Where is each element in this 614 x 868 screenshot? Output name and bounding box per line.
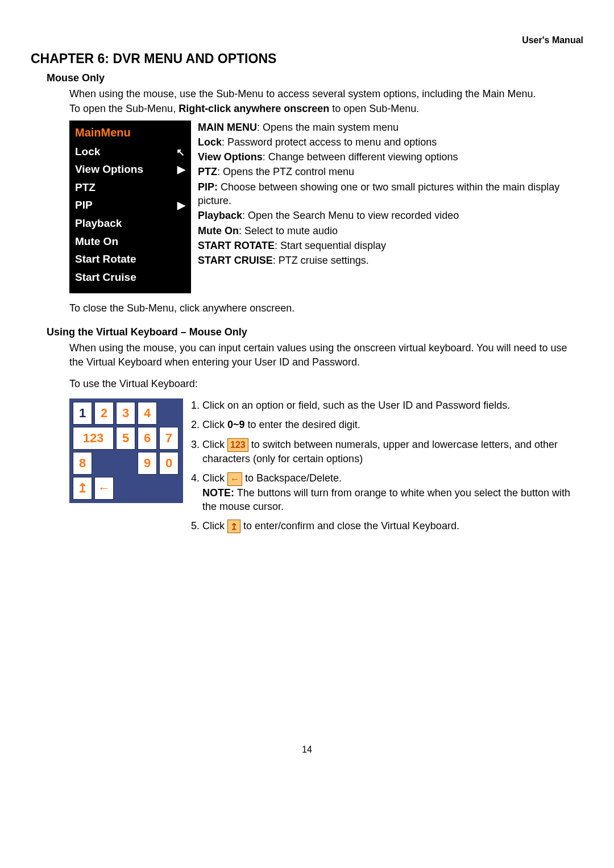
submenu-item-mute-on[interactable]: Mute On	[75, 232, 185, 251]
label: START ROTATE	[198, 240, 275, 251]
key-2[interactable]: 2	[94, 402, 114, 425]
label: PIP:	[198, 181, 218, 193]
label: Lock	[75, 144, 100, 159]
submenu-item-mainmenu[interactable]: MainMenu	[75, 125, 185, 140]
key-8[interactable]: 8	[73, 452, 92, 475]
text: : PTZ cruise settings.	[273, 255, 369, 266]
backspace-icon: ←	[227, 472, 242, 486]
submenu-item-start-cruise[interactable]: Start Cruise	[75, 268, 185, 286]
vk-steps: Click on an option or field, such as the…	[190, 398, 583, 539]
text: Click	[202, 419, 227, 430]
key-6[interactable]: 6	[138, 427, 157, 450]
key-3[interactable]: 3	[116, 402, 135, 425]
label: Start Rotate	[75, 252, 136, 267]
header-users-manual: User's Manual	[31, 34, 583, 47]
label: START CRUISE	[198, 255, 273, 266]
mode-123-icon: 123	[227, 438, 248, 452]
submenu-item-view-options[interactable]: View Options ▶	[75, 160, 185, 178]
paragraph-open-submenu: To open the Sub-Menu, Right-click anywhe…	[69, 102, 583, 115]
submenu-item-ptz[interactable]: PTZ	[75, 178, 185, 197]
text: to enter the desired digit.	[245, 419, 360, 430]
submenu-item-pip[interactable]: PIP ▶	[75, 196, 185, 214]
label: MAIN MENU	[198, 122, 257, 133]
paragraph-intro: When using the mouse, use the Sub-Menu t…	[69, 87, 583, 101]
key-backspace[interactable]: ←	[94, 477, 114, 500]
key-mode-123[interactable]: 123	[73, 427, 114, 450]
section-virtual-keyboard: Using the Virtual Keyboard – Mouse Only	[47, 325, 583, 339]
paragraph-vk-intro: When using the mouse, you can input cert…	[69, 341, 583, 369]
text: : Password protect access to menu and op…	[222, 136, 437, 148]
key-7[interactable]: 7	[159, 427, 179, 450]
text-bold: 0~9	[227, 419, 245, 430]
text: To open the Sub-Menu,	[69, 103, 179, 114]
page-number: 14	[31, 744, 583, 756]
label: PTZ	[75, 180, 96, 195]
virtual-keyboard: 1 2 3 4 123 5 6 7 8 9 0 ↥ ←	[69, 398, 183, 503]
paragraph-close-submenu: To close the Sub-Menu, click anywhere on…	[69, 301, 583, 315]
chapter-title: CHAPTER 6: DVR MENU AND OPTIONS	[31, 50, 583, 68]
text: : Opens the PTZ control menu	[217, 166, 354, 177]
text: : Select to mute audio	[239, 225, 338, 236]
text: to open Sub-Menu.	[329, 103, 419, 114]
key-9[interactable]: 9	[138, 452, 157, 475]
label: View Options	[198, 151, 263, 163]
step-2: Click 0~9 to enter the desired digit.	[202, 418, 583, 431]
label: Mute On	[75, 234, 118, 249]
note-label: NOTE:	[202, 487, 234, 499]
text: : Start sequential display	[275, 240, 386, 251]
enter-icon: ↥	[227, 520, 240, 533]
label: Mute On	[198, 225, 239, 236]
step-4: Click ← to Backspace/Delete. NOTE: The b…	[202, 471, 583, 513]
key-enter[interactable]: ↥	[73, 477, 92, 500]
text: Choose between showing one or two small …	[198, 181, 559, 206]
text: : Open the Search Menu to view recorded …	[242, 210, 459, 221]
label: MainMenu	[75, 125, 131, 140]
text-bold: Right-click anywhere onscreen	[179, 103, 329, 114]
key-1[interactable]: 1	[73, 402, 92, 425]
label: Lock	[198, 136, 222, 148]
text: : Opens the main system menu	[257, 122, 399, 133]
note-text: The buttons will turn from orange to whi…	[202, 487, 570, 512]
submenu-screenshot: MainMenu Lock ↖ View Options ▶ PTZ PIP ▶…	[69, 121, 191, 293]
label: PTZ	[198, 166, 217, 177]
label: PIP	[75, 198, 93, 213]
text: to switch between numerals, upper and lo…	[202, 439, 558, 464]
chevron-right-icon: ▶	[177, 198, 185, 212]
paragraph-vk-use: To use the Virtual Keyboard:	[69, 377, 583, 391]
cursor-icon: ↖	[176, 146, 185, 157]
chevron-right-icon: ▶	[177, 163, 185, 176]
key-4[interactable]: 4	[138, 402, 157, 425]
text: to Backspace/Delete.	[242, 472, 342, 484]
step-3: Click 123 to switch between numerals, up…	[202, 438, 583, 466]
label: Playback	[198, 210, 242, 221]
submenu-item-start-rotate[interactable]: Start Rotate	[75, 250, 185, 268]
key-0[interactable]: 0	[159, 452, 179, 475]
label: View Options	[75, 162, 143, 177]
submenu-item-playback[interactable]: Playback	[75, 214, 185, 232]
step-5: Click ↥ to enter/confirm and close the V…	[202, 519, 583, 533]
section-mouse-only: Mouse Only	[47, 71, 583, 85]
text: to enter/confirm and close the Virtual K…	[243, 520, 459, 531]
text: Click	[202, 520, 227, 531]
label: Playback	[75, 216, 122, 231]
text: Click	[202, 472, 227, 484]
step-1: Click on an option or field, such as the…	[202, 398, 583, 412]
text: Click	[202, 439, 227, 450]
label: Start Cruise	[75, 270, 136, 285]
submenu-descriptions: MAIN MENU: Opens the main system menu Lo…	[198, 121, 583, 269]
submenu-item-lock[interactable]: Lock ↖	[75, 143, 185, 161]
text: : Change between different viewing optio…	[263, 151, 458, 163]
key-5[interactable]: 5	[116, 427, 135, 450]
